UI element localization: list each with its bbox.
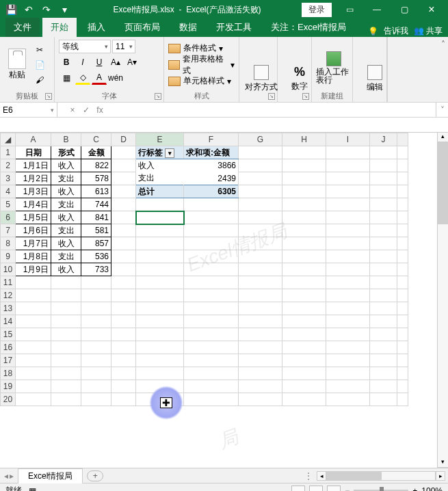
tab-home[interactable]: 开始 — [42, 18, 77, 37]
cell[interactable] — [397, 289, 408, 302]
cell[interactable] — [282, 263, 326, 276]
tab-file[interactable]: 文件 — [5, 18, 40, 37]
cell[interactable] — [111, 380, 136, 393]
cell[interactable]: 822 — [81, 159, 111, 172]
tab-attention[interactable]: 关注：Excel情报局 — [263, 18, 354, 37]
cell[interactable]: 1月7日 — [16, 237, 51, 250]
cell[interactable] — [16, 354, 51, 367]
zoom-out-button[interactable]: − — [345, 486, 350, 492]
font-name-select[interactable]: 等线 — [59, 40, 111, 53]
cell[interactable] — [370, 328, 397, 341]
cell[interactable]: 支出 — [51, 172, 81, 185]
format-painter-icon[interactable]: 🖌 — [33, 73, 47, 87]
row-header[interactable]: 15 — [1, 328, 16, 341]
italic-button[interactable]: I — [75, 55, 90, 69]
cell[interactable] — [184, 276, 239, 289]
cell[interactable] — [397, 224, 408, 237]
scroll-down-button[interactable]: ▾ — [438, 458, 448, 468]
cell[interactable] — [326, 198, 370, 211]
cell[interactable] — [326, 159, 370, 172]
cell[interactable] — [239, 367, 282, 380]
cell[interactable]: 581 — [81, 224, 111, 237]
cell[interactable] — [370, 185, 397, 198]
cell[interactable] — [282, 159, 326, 172]
cell[interactable] — [111, 328, 136, 341]
cell[interactable] — [136, 250, 184, 263]
cell[interactable] — [397, 328, 408, 341]
expand-formula-icon[interactable]: ˅ — [436, 103, 448, 117]
cell[interactable]: 1月1日 — [16, 159, 51, 172]
cell[interactable] — [282, 237, 326, 250]
cell[interactable] — [51, 341, 81, 354]
save-icon[interactable]: 💾 — [3, 2, 19, 17]
cell[interactable] — [326, 211, 370, 224]
cell[interactable] — [239, 224, 282, 237]
cell[interactable] — [16, 302, 51, 315]
cell[interactable] — [184, 250, 239, 263]
cell[interactable] — [136, 341, 184, 354]
cell[interactable] — [370, 198, 397, 211]
cell[interactable] — [370, 263, 397, 276]
cell[interactable] — [111, 354, 136, 367]
tell-me-button[interactable]: 告诉我 — [384, 25, 408, 37]
new-sheet-button[interactable]: + — [87, 470, 103, 481]
cell[interactable] — [136, 198, 184, 211]
font-launcher[interactable]: ↘ — [155, 93, 161, 100]
cell[interactable]: 733 — [81, 263, 111, 276]
clipboard-launcher[interactable]: ↘ — [45, 93, 52, 100]
cell[interactable] — [326, 276, 370, 289]
cell[interactable] — [239, 237, 282, 250]
cell[interactable] — [282, 250, 326, 263]
cell[interactable]: 578 — [81, 172, 111, 185]
grow-font-button[interactable]: A▴ — [108, 55, 123, 69]
cell[interactable] — [282, 172, 326, 185]
underline-button[interactable]: U — [92, 55, 107, 69]
scroll-up-button[interactable]: ▴ — [438, 133, 448, 142]
cell[interactable] — [239, 341, 282, 354]
row-header[interactable]: 13 — [1, 302, 16, 315]
cell[interactable]: 1月8日 — [16, 250, 51, 263]
cell[interactable]: 613 — [81, 185, 111, 198]
cell[interactable] — [239, 263, 282, 276]
cell[interactable]: 日期 — [16, 146, 51, 159]
cell[interactable]: 2439 — [184, 172, 239, 185]
border-button[interactable]: ▦ — [59, 71, 74, 85]
insert-row-button[interactable]: 插入工作表行 — [316, 46, 352, 90]
cell[interactable]: 收入 — [51, 211, 81, 224]
cell[interactable] — [16, 380, 51, 393]
ribbon-options-icon[interactable]: ▭ — [336, 0, 363, 19]
cell[interactable] — [282, 211, 326, 224]
cell[interactable] — [370, 367, 397, 380]
cell[interactable] — [370, 146, 397, 159]
cell[interactable] — [397, 302, 408, 315]
font-size-select[interactable]: 11 — [112, 40, 135, 53]
cell[interactable] — [282, 289, 326, 302]
normal-view-button[interactable] — [291, 486, 305, 492]
format-table-button[interactable]: 套用表格格式 ▾ — [168, 57, 235, 72]
row-header[interactable]: 14 — [1, 315, 16, 328]
row-header[interactable]: 3 — [1, 172, 16, 185]
cell[interactable]: 金额 — [81, 146, 111, 159]
cell[interactable]: 收入 — [51, 263, 81, 276]
cell[interactable] — [136, 380, 184, 393]
cell[interactable] — [397, 276, 408, 289]
undo-icon[interactable]: ↶ — [21, 2, 37, 17]
cell[interactable] — [81, 289, 111, 302]
cell[interactable] — [239, 159, 282, 172]
cell[interactable] — [282, 341, 326, 354]
cell[interactable] — [282, 328, 326, 341]
cell[interactable] — [111, 341, 136, 354]
cut-icon[interactable]: ✂ — [33, 43, 47, 57]
cell[interactable] — [370, 302, 397, 315]
row-header[interactable]: 20 — [1, 393, 16, 406]
cell[interactable] — [111, 250, 136, 263]
layout-view-button[interactable] — [309, 486, 323, 492]
col-header-G[interactable]: G — [239, 133, 282, 146]
cell[interactable] — [326, 315, 370, 328]
cell[interactable] — [239, 250, 282, 263]
cell[interactable]: 总计 — [136, 185, 184, 198]
cell[interactable]: 收入 — [51, 237, 81, 250]
tab-insert[interactable]: 插入 — [79, 18, 114, 37]
cell[interactable]: 收入 — [51, 185, 81, 198]
cell[interactable] — [326, 393, 370, 406]
